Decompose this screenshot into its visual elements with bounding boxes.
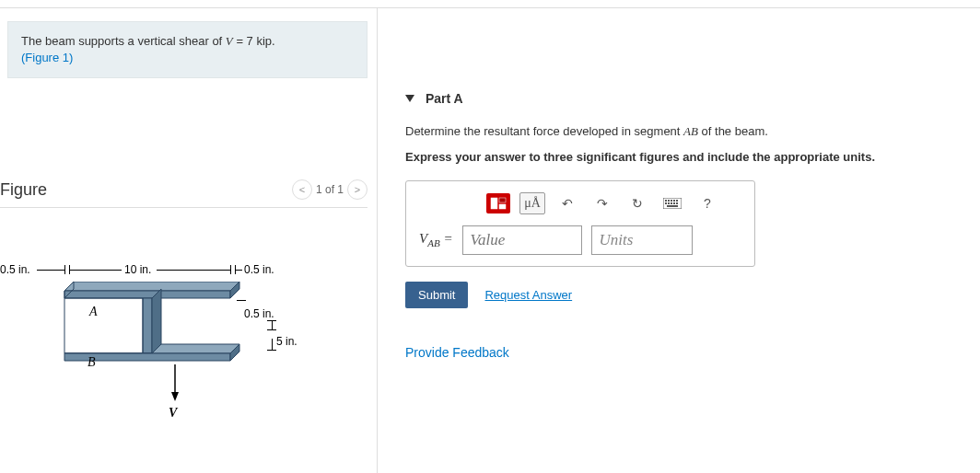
svg-rect-23 [671,202,672,204]
dim-label-05-right: 0.5 in. [244,263,274,276]
svg-rect-19 [673,200,675,202]
units-input[interactable]: Units [591,225,693,255]
request-answer-link[interactable]: Request Answer [484,288,572,302]
svg-rect-24 [673,202,675,204]
problem-equals: = 7 kip. [233,34,275,48]
right-panel: Part A Determine the resultant force dev… [378,8,980,473]
pager-text: 1 of 1 [316,183,344,196]
figure-pager: < 1 of 1 > [292,179,368,200]
question-text: Determine the resultant force developed … [405,122,952,141]
value-input[interactable] [462,225,582,255]
svg-rect-22 [668,202,670,204]
svg-rect-16 [665,200,667,202]
svg-rect-25 [676,202,678,204]
undo-button[interactable]: ↶ [554,192,580,214]
figure-section: Figure < 1 of 1 > 0.5 in. 10 in. 0.5 in. [0,179,377,429]
ibeam-svg [28,282,267,420]
svg-rect-13 [499,198,506,202]
dim-label-05-top: 0.5 in. [244,307,274,320]
svg-marker-1 [64,291,230,298]
segment-name: AB [683,124,698,138]
svg-marker-11 [171,392,179,401]
problem-variable: V [226,34,233,48]
answer-input-area: μÅ ↶ ↷ ↻ ? VAB = Units [405,180,755,267]
svg-rect-17 [668,200,670,202]
svg-rect-14 [499,204,506,209]
dim-label-05-left: 0.5 in. [0,263,30,276]
svg-rect-12 [491,198,497,209]
left-panel: The beam supports a vertical shear of V … [0,8,378,473]
point-b-label: B [88,355,96,370]
keyboard-button[interactable] [659,192,685,214]
answer-toolbar: μÅ ↶ ↷ ↻ ? [419,192,741,214]
point-a-label: A [89,305,98,319]
answer-variable-label: VAB = [419,231,453,248]
svg-marker-4 [152,289,161,353]
help-button[interactable]: ? [694,192,720,214]
part-header[interactable]: Part A [405,91,952,106]
templates-button[interactable] [486,193,510,213]
problem-text-prefix: The beam supports a vertical shear of [21,34,226,48]
svg-rect-20 [676,200,678,202]
collapse-icon [405,95,414,102]
svg-marker-0 [64,282,239,291]
dim-label-10: 10 in. [124,263,151,276]
pager-next-button[interactable]: > [347,179,368,200]
svg-rect-18 [671,200,672,202]
svg-marker-6 [64,298,143,353]
submit-button[interactable]: Submit [405,282,468,308]
provide-feedback-link[interactable]: Provide Feedback [405,345,952,360]
pager-prev-button[interactable]: < [292,179,312,200]
redo-button[interactable]: ↷ [589,192,615,214]
force-v-label: V [169,406,177,421]
beam-diagram: 0.5 in. 10 in. 0.5 in. [0,263,332,429]
svg-rect-26 [667,205,678,207]
figure-reference-link[interactable]: (Figure 1) [21,51,73,64]
svg-rect-21 [665,202,667,204]
figure-title: Figure [0,180,47,200]
dim-label-5: 5 in. [276,335,298,348]
instruction-text: Express your answer to three significant… [405,150,952,164]
units-symbol-button[interactable]: μÅ [519,192,545,214]
problem-statement: The beam supports a vertical shear of V … [7,21,368,78]
svg-marker-3 [143,298,152,353]
part-title: Part A [426,91,463,106]
reset-button[interactable]: ↻ [624,192,650,214]
